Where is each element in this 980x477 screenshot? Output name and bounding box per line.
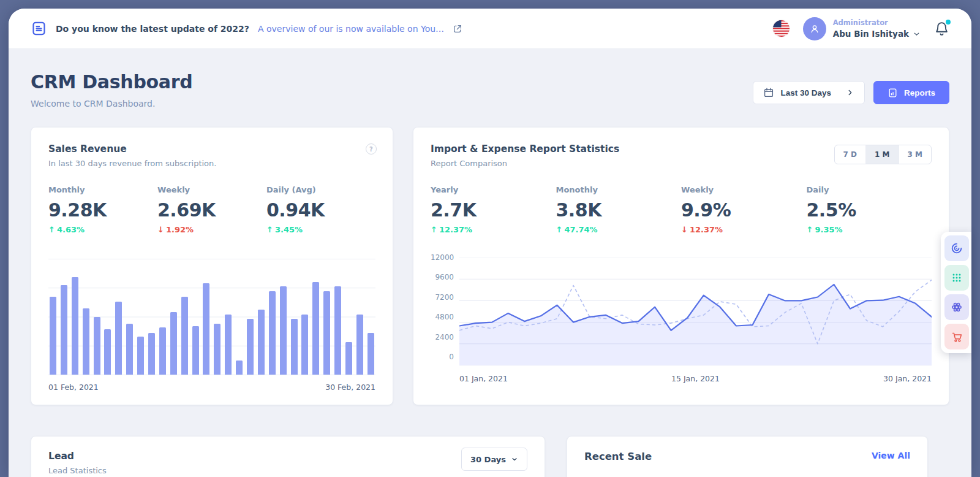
brand-logo-icon [950, 242, 963, 255]
sales-bar-chart-bars [48, 259, 375, 375]
banner-link[interactable]: A overview of our is now available on Yo… [258, 24, 444, 34]
x-axis-label-start: 01 Jan, 2021 [459, 374, 508, 383]
recent-sale-card: Recent Sale View All [567, 436, 928, 477]
lead-subtitle: Lead Statistics [48, 466, 107, 475]
stat-monthly: Monthly 9.28K ↑ 4.63% [48, 185, 157, 234]
bottom-cards-row: Lead Lead Statistics 30 Days Recent Sale… [31, 436, 949, 477]
help-icon[interactable]: ? [366, 143, 377, 155]
page-title: CRM Dashboard [31, 71, 192, 93]
sales-bar-chart [48, 259, 375, 375]
bar [258, 310, 265, 375]
notification-bell[interactable] [934, 21, 949, 36]
bar [126, 324, 133, 375]
import-expense-subtitle: Report Comparison [431, 159, 619, 168]
floating-toolbar [941, 232, 971, 353]
y-axis-tick: 0 [431, 353, 454, 361]
line-chart-plot [459, 258, 932, 365]
sales-revenue-subtitle: In last 30 days revenue from subscriptio… [48, 159, 375, 168]
trend-arrow-icon: ↑ [807, 225, 813, 234]
range-button-3m[interactable]: 3 M [899, 145, 931, 164]
comparison-line-chart: 1200096007200480024000 [431, 258, 932, 365]
stat-weekly-pct: Weekly 9.9% ↓ 12.37% [681, 185, 807, 234]
bar [148, 333, 155, 375]
user-icon [809, 23, 821, 35]
user-name: Abu Bin Ishityak [833, 29, 909, 39]
import-expense-stats: Yearly 2.7K ↑ 12.37% Monothly 3.8K ↑ 47.… [431, 185, 932, 234]
stat-daily-avg: Daily (Avg) 0.94K ↑ 3.45% [266, 185, 375, 234]
x-axis-label-end: 30 Feb, 2021 [325, 383, 375, 392]
bar [368, 333, 374, 375]
reports-label: Reports [904, 88, 935, 97]
user-role: Administrator [833, 18, 921, 27]
top-bar: Do you know the latest update of 2022? A… [9, 9, 971, 49]
reports-button[interactable]: Reports [873, 81, 949, 104]
stat-daily-pct: Daily 2.5% ↑ 9.35% [807, 185, 932, 234]
x-axis-label-start: 01 Feb, 2021 [48, 383, 99, 392]
page-header: CRM Dashboard Welcome to CRM Dashboard. … [31, 71, 949, 109]
range-button-7d[interactable]: 7 D [835, 145, 866, 164]
bar [181, 297, 188, 375]
range-toggle-group: 7 D 1 M 3 M [834, 145, 932, 164]
bar [236, 361, 243, 375]
bar [291, 319, 298, 375]
file-text-icon [31, 20, 47, 37]
y-axis-tick: 7200 [431, 293, 454, 302]
sales-revenue-stats: Monthly 9.28K ↑ 4.63% Weekly 2.69K ↓ 1.9… [48, 185, 375, 234]
stat-change: ↓ 12.37% [681, 225, 807, 234]
line-chart-svg [459, 258, 932, 365]
trend-arrow-icon: ↑ [48, 225, 55, 234]
bar [301, 315, 308, 375]
import-expense-card: Import & Expense Report Statistics Repor… [413, 127, 949, 405]
bar [203, 283, 209, 375]
import-expense-header: Import & Expense Report Statistics Repor… [431, 143, 932, 168]
stat-change: ↑ 4.63% [48, 225, 157, 234]
shopping-cart-icon [951, 330, 963, 343]
user-menu[interactable]: Administrator Abu Bin Ishityak [803, 17, 921, 40]
brand-logo-button[interactable] [944, 235, 969, 261]
lead-period-value: 30 Days [470, 455, 506, 464]
settings-button[interactable] [944, 294, 969, 320]
bar [72, 277, 78, 375]
bar [104, 329, 111, 375]
bar [137, 337, 144, 375]
banner-headline: Do you know the latest update of 2022? [56, 24, 249, 34]
calendar-icon [763, 87, 774, 98]
top-cards-row: Sales Revenue In last 30 days revenue fr… [31, 127, 949, 405]
bar [170, 312, 177, 375]
chevron-down-icon [511, 456, 518, 463]
bar [323, 291, 330, 375]
stat-change: ↑ 3.45% [266, 225, 375, 234]
bar [247, 319, 254, 375]
sales-revenue-card: Sales Revenue In last 30 days revenue fr… [31, 127, 393, 405]
external-link-icon[interactable] [453, 24, 462, 34]
avatar [803, 17, 826, 40]
bar [312, 282, 319, 375]
y-axis-tick: 2400 [431, 333, 454, 342]
range-button-1m[interactable]: 1 M [865, 145, 898, 164]
lead-card: Lead Lead Statistics 30 Days [31, 436, 545, 477]
trend-arrow-icon: ↓ [681, 225, 688, 234]
lead-period-dropdown[interactable]: 30 Days [461, 448, 527, 471]
page-subtitle: Welcome to CRM Dashboard. [31, 99, 192, 109]
y-axis-tick: 4800 [431, 313, 454, 321]
stat-change: ↑ 12.37% [431, 225, 556, 234]
view-all-link[interactable]: View All [872, 451, 910, 460]
line-chart-y-axis: 1200096007200480024000 [431, 253, 459, 361]
bar [280, 286, 287, 375]
bar [356, 315, 363, 375]
date-range-button[interactable]: Last 30 Days [753, 81, 865, 104]
bar [269, 291, 276, 375]
stat-change: ↑ 9.35% [807, 225, 932, 234]
stat-weekly: Weekly 2.69K ↓ 1.92% [157, 185, 266, 234]
shop-button[interactable] [944, 324, 969, 349]
bar [159, 327, 166, 375]
lead-title: Lead [48, 451, 107, 462]
bar [334, 286, 341, 375]
apps-grid-button[interactable] [944, 265, 969, 291]
bar [50, 297, 56, 375]
trend-arrow-icon: ↑ [431, 225, 437, 234]
gear-icon [950, 300, 963, 314]
stat-change: ↓ 1.92% [157, 225, 266, 234]
language-flag-us[interactable] [773, 20, 790, 37]
trend-arrow-icon: ↑ [266, 225, 273, 234]
